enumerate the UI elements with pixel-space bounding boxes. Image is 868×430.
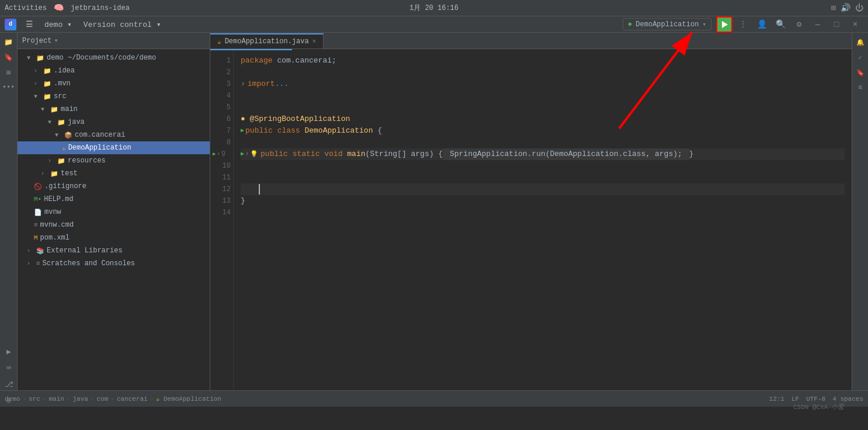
more-options-button[interactable]: ⋮ bbox=[735, 16, 751, 33]
file-icon: 📄 bbox=[34, 209, 42, 216]
tab-label: DemoApplication.java bbox=[225, 37, 309, 46]
tree-item-label: HELP.md bbox=[44, 195, 73, 203]
user-profile-button[interactable]: 👤 bbox=[754, 16, 770, 33]
watermark: CSDN @CxA-小爱 bbox=[793, 403, 845, 411]
menu-project[interactable]: demo ▾ bbox=[40, 19, 77, 30]
tree-item-label: main bbox=[61, 105, 78, 113]
git-icon[interactable]: ⎇ bbox=[2, 377, 16, 391]
folder-icon: 📁 bbox=[36, 54, 44, 62]
editor-tab-demo-application[interactable]: ☕ DemoApplication.java × bbox=[210, 33, 324, 48]
tree-item-mvnw[interactable]: 📄 mvnw bbox=[18, 206, 210, 219]
md-icon: M• bbox=[34, 196, 41, 203]
tree-item-label: mvnw.cmd bbox=[40, 221, 74, 229]
tree-item-pomxml[interactable]: M pom.xml bbox=[18, 231, 210, 244]
cursor-position[interactable]: 12:1 bbox=[769, 396, 784, 403]
minimize-button[interactable]: — bbox=[810, 16, 826, 33]
tree-item-scratches[interactable]: › ≡ Scratches and Consoles bbox=[18, 257, 210, 270]
problems-icon[interactable]: ⊙ bbox=[2, 394, 16, 408]
library-icon: 📚 bbox=[36, 247, 44, 255]
run-config-name: DemoApplication bbox=[636, 20, 699, 29]
tree-item-label: .idea bbox=[54, 67, 75, 75]
run-gutter-9[interactable]: ▶ bbox=[213, 148, 216, 160]
breadcrumb-class[interactable]: ☕ DemoApplication bbox=[156, 396, 221, 403]
close-button[interactable]: × bbox=[847, 16, 863, 33]
inspections-icon[interactable]: ✓ bbox=[853, 50, 867, 64]
tree-item-external-libraries[interactable]: › 📚 External Libraries bbox=[18, 244, 210, 257]
run-button[interactable] bbox=[716, 16, 732, 33]
run-tool-icon[interactable]: ▶ bbox=[2, 345, 16, 359]
tree-item-demo-application[interactable]: ☕ DemoApplication bbox=[18, 141, 210, 154]
activities-label[interactable]: Activities bbox=[5, 4, 47, 12]
run-configuration[interactable]: ● DemoApplication ▾ bbox=[623, 18, 711, 30]
warning-icon: 💡 bbox=[250, 148, 258, 160]
code-line-6: ● @SpringBootApplication bbox=[241, 113, 845, 125]
tree-item-demo[interactable]: ▼ 📁 demo ~/Documents/code/demo bbox=[18, 51, 210, 64]
app-name: jetbrains-idea bbox=[71, 4, 130, 12]
code-line-8 bbox=[241, 137, 845, 148]
project-dropdown-icon[interactable]: ▾ bbox=[54, 36, 58, 45]
breadcrumb-main[interactable]: main bbox=[48, 396, 64, 403]
bookmarks-right-icon[interactable]: 🔖 bbox=[853, 65, 867, 79]
breadcrumb-com[interactable]: com bbox=[96, 396, 108, 403]
run-gutter-7[interactable]: ▶ bbox=[241, 125, 244, 137]
tree-item-test[interactable]: › 📁 test bbox=[18, 167, 210, 180]
title-bar: Activities 🧠 jetbrains-idea 1月 20 16:16 … bbox=[0, 0, 868, 16]
tree-item-label: .gitignore bbox=[44, 182, 86, 190]
tree-item-gitignore[interactable]: 🚫 .gitignore bbox=[18, 180, 210, 193]
tree-item-label: resources bbox=[68, 157, 106, 165]
indent[interactable]: 4 spaces bbox=[832, 396, 863, 403]
more-tools-icon[interactable]: ••• bbox=[2, 81, 16, 95]
tree-item-java[interactable]: ▼ 📁 java bbox=[18, 116, 210, 129]
folder-icon: 📁 bbox=[43, 93, 51, 100]
window-controls: ⊞ 🔊 ⏻ bbox=[831, 3, 863, 13]
structure-icon[interactable]: ⊞ bbox=[2, 65, 16, 79]
breadcrumb-java[interactable]: java bbox=[72, 396, 88, 403]
package-icon: 📦 bbox=[64, 131, 72, 139]
code-editor[interactable]: 1 2 3 4 5 6 7 8 ▶ › 9 10 11 12 13 14 bbox=[210, 50, 852, 390]
run-gutter-main[interactable]: ▶ bbox=[241, 148, 244, 160]
hamburger-menu[interactable]: ☰ bbox=[21, 16, 37, 33]
tree-item-label: .mvn bbox=[54, 79, 71, 88]
maven-label[interactable]: m bbox=[857, 85, 864, 89]
project-panel: Project ▾ ▼ 📁 demo ~/Documents/code/demo… bbox=[18, 33, 210, 390]
code-line-7: ▶ public class DemoApplication { bbox=[241, 125, 845, 137]
tree-item-main[interactable]: ▼ 📁 main bbox=[18, 103, 210, 116]
tree-item-mvnwcmd[interactable]: ≡ mvnw.cmd bbox=[18, 219, 210, 231]
tree-item-src[interactable]: ▼ 📁 src bbox=[18, 90, 210, 103]
editor-area: ☕ DemoApplication.java × 1 2 3 4 5 6 7 8… bbox=[210, 33, 852, 390]
encoding[interactable]: UTF-8 bbox=[806, 396, 825, 403]
collapse-icon[interactable]: › bbox=[241, 78, 245, 90]
tree-item-resources[interactable]: › 📁 resources bbox=[18, 154, 210, 167]
line-separator[interactable]: LF bbox=[791, 396, 799, 403]
menu-version-control[interactable]: Version control ▾ bbox=[79, 19, 166, 30]
tree-item-mvn[interactable]: › 📁 .mvn bbox=[18, 77, 210, 90]
code-line-1: package com.cancerai; bbox=[241, 55, 845, 67]
bookmarks-icon[interactable]: 🔖 bbox=[2, 50, 16, 64]
code-content[interactable]: package com.cancerai; › import ... ● @Sp… bbox=[234, 50, 852, 390]
tree-item-package[interactable]: ▼ 📦 com.cancerai bbox=[18, 129, 210, 141]
tree-item-idea[interactable]: › 📁 .idea bbox=[18, 64, 210, 77]
project-tree: ▼ 📁 demo ~/Documents/code/demo › 📁 .idea… bbox=[18, 49, 210, 390]
tree-item-helpmd[interactable]: M• HELP.md bbox=[18, 193, 210, 206]
project-icon[interactable]: 📁 bbox=[2, 35, 16, 49]
breadcrumb-src[interactable]: src bbox=[29, 396, 40, 403]
settings-button[interactable]: ⚙ bbox=[791, 16, 807, 33]
maven-icon: M bbox=[34, 234, 38, 241]
status-right: 12:1 LF UTF-8 4 spaces bbox=[769, 396, 863, 403]
expand-icon: › bbox=[27, 261, 34, 267]
notifications-icon[interactable]: 🔔 bbox=[853, 35, 867, 49]
terminal-icon[interactable]: ⌨ bbox=[2, 361, 16, 375]
breadcrumb: demo › src › main › java › com › cancera… bbox=[5, 396, 221, 403]
expand-gutter-main[interactable]: › bbox=[245, 148, 249, 160]
java-tab-icon: ☕ bbox=[217, 38, 221, 46]
tree-item-label: pom.xml bbox=[40, 234, 70, 242]
tab-close-button[interactable]: × bbox=[313, 39, 316, 45]
code-line-3: › import ... bbox=[241, 78, 845, 90]
breadcrumb-cancerai[interactable]: cancerai bbox=[117, 396, 148, 403]
code-line-13: } bbox=[241, 195, 845, 207]
tree-item-label: DemoApplication bbox=[68, 144, 131, 152]
cmd-icon: ≡ bbox=[34, 221, 38, 228]
search-everywhere-button[interactable]: 🔍 bbox=[772, 16, 789, 33]
jetbrains-logo: d bbox=[5, 19, 16, 30]
maximize-button[interactable]: □ bbox=[828, 16, 845, 33]
